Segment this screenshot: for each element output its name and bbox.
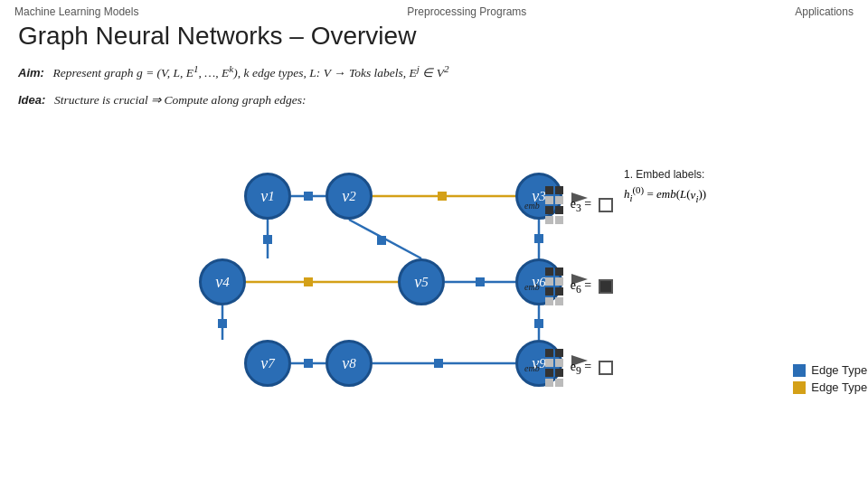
graph-area: v1 v2 v3 v4 v5 v6 v7 v8 v9 [127,118,832,380]
header-left: Machine Learning Models [14,5,138,18]
page-title: Graph Neural Networks – Overview [0,20,868,60]
result-square-e9 [599,361,613,375]
legend-label-type2: Edge Type 2 [811,380,868,394]
aim-label: Aim: [18,66,44,80]
svg-rect-14 [476,277,485,286]
header-right: Applications [795,5,854,18]
svg-rect-13 [534,234,543,243]
embed-e3: emb e3 = [524,186,613,224]
svg-rect-16 [218,319,227,328]
node-v1: v1 [244,173,291,220]
aim-line: Aim: Represent graph g = (V, L, E1, …, E… [18,60,850,83]
svg-rect-20 [438,192,447,201]
matrix-e3 [545,186,563,224]
embed-e9: emb e9 = [524,349,613,387]
idea-text: Structure is crucial ⇒ Compute along gra… [54,93,307,107]
embed-e6: emb e6 = [524,267,613,305]
svg-rect-15 [304,359,313,368]
svg-rect-12 [377,236,386,245]
svg-rect-19 [534,319,543,328]
idea-line: Idea: Structure is crucial ⇒ Compute alo… [18,90,850,111]
svg-rect-11 [304,192,313,201]
node-v5: v5 [398,258,445,305]
header: Machine Learning Models Preprocessing Pr… [0,0,868,20]
result-square-e3 [599,198,613,212]
edges-svg [127,118,832,380]
idea-label: Idea: [18,93,45,107]
node-v7: v7 [244,340,291,387]
svg-rect-18 [263,235,272,244]
node-v4: v4 [199,258,246,305]
content-area: Aim: Represent graph g = (V, L, E1, …, E… [0,60,868,399]
svg-rect-17 [434,359,443,368]
header-center: Preprocessing Programs [407,5,526,18]
svg-rect-21 [304,277,313,286]
aim-text: Represent graph g = (V, L, E1, …, Ek), k… [53,66,449,80]
result-square-e6 [599,279,613,294]
matrix-e6 [545,267,563,305]
matrix-e9 [545,349,563,387]
legend-color-type2 [793,381,806,394]
legend-item-type2: Edge Type 2 [793,380,868,394]
node-v8: v8 [326,340,373,387]
node-v2: v2 [326,173,373,220]
